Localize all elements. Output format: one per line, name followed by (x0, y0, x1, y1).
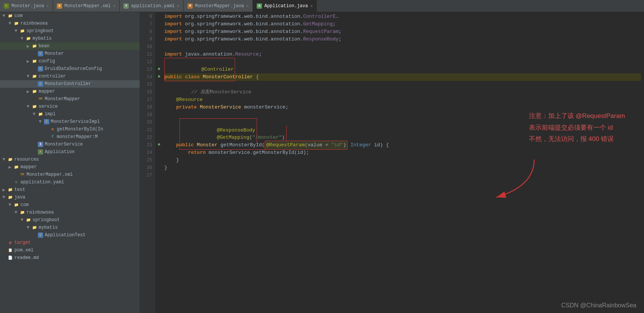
ln-26: 26 (140, 164, 152, 172)
sidebar-item-resources[interactable]: ▼ 📁 resources (0, 156, 140, 163)
watermark: CSDN @ChinaRainbowSea (561, 302, 636, 309)
sidebar-label-rainbowsea: rainbowsea (20, 21, 48, 26)
arrow-druid (32, 66, 36, 71)
folder-icon-java: 📁 (7, 194, 13, 200)
folder-icon-controller: 📁 (31, 73, 37, 79)
sidebar-item-monsterMapper-field[interactable]: f monsterMapper:M (0, 133, 140, 141)
ln-27: 27 (140, 172, 152, 179)
arrow-service: ▼ (26, 104, 30, 109)
ln-10: 10 (140, 43, 152, 51)
arrow-application (32, 149, 36, 155)
line-numbers: 6 7 8 9 10 11 12 13 14 15 16 17 18 19 20… (140, 12, 155, 313)
sidebar-item-test[interactable]: ▶ 📁 test (0, 186, 140, 194)
tab-close-mapper-java[interactable]: ✕ (246, 3, 249, 8)
string-id: "id" (331, 142, 343, 148)
gutter-14: ● (155, 73, 163, 80)
gutter-12 (155, 57, 163, 65)
sidebar-label-controller: controller (39, 74, 66, 79)
code-14-space1 (182, 73, 185, 81)
sidebar-label-monsterservice-iface: MonsterService (45, 142, 83, 147)
sidebar-item-impl[interactable]: ▼ 📁 impl (0, 110, 140, 118)
arrow-monster (32, 51, 36, 56)
arrow-com: ▼ (2, 13, 6, 19)
sidebar-item-controller[interactable]: ▼ 📁 controller (0, 73, 140, 80)
gutter-9 (155, 35, 163, 42)
sidebar-item-monster[interactable]: C Monster (0, 50, 140, 57)
tab-close-yaml[interactable]: ✕ (177, 3, 179, 8)
sidebar-item-getmonsterbyid[interactable]: m getMonsterById(In (0, 126, 140, 133)
tab-monster-mapper-xml[interactable]: X MonsterMapper.xml ✕ (53, 0, 120, 12)
sidebar-item-application[interactable]: A Application (0, 148, 140, 156)
sidebar-item-com[interactable]: ▼ 📁 com (0, 12, 140, 20)
sidebar-label-application: Application (45, 149, 75, 155)
sidebar-item-mybatis[interactable]: ▼ 📁 mybatis (0, 35, 140, 42)
sidebar-item-java-mybatis[interactable]: ▼ 📁 mybatis (0, 224, 140, 231)
code-line-25: } (164, 156, 641, 164)
tab-application-java[interactable]: A Application.java ✕ (253, 0, 317, 12)
sidebar-item-resources-mapper[interactable]: ▶ 📁 mapper (0, 163, 140, 171)
sidebar-item-service[interactable]: ▼ 📁 service (0, 103, 140, 110)
code-23-method: getMonsterById( (217, 141, 265, 149)
arrow-resources: ▼ (2, 157, 6, 162)
arrow-monsterserviceimpl: ▼ (38, 119, 42, 124)
sidebar-item-monstercontroller[interactable]: C MonsterController (0, 80, 140, 88)
requestparam-box: @RequestParam(value = "id") (265, 141, 348, 150)
sidebar-label-java: java (14, 195, 25, 200)
code-11-semi: ; (259, 51, 262, 58)
classname-14: MonsterController (203, 73, 253, 81)
sidebar-item-rainbowsea[interactable]: ▼ 📁 rainbowsea (0, 20, 140, 27)
sidebar-item-java-springboot[interactable]: ▼ 📁 springboot (0, 216, 140, 224)
sidebar-item-monsterserviceimpl[interactable]: ▼ C MonsterServiceImpl (0, 118, 140, 126)
code-14-space2 (200, 73, 203, 81)
sidebar-item-config[interactable]: ▶ 📁 config (0, 57, 140, 65)
sidebar-item-springboot[interactable]: ▼ 📁 springboot (0, 27, 140, 35)
sidebar-label-readme: readme.md (14, 255, 39, 260)
tab-application-yaml[interactable]: Y application.yaml ✕ (120, 0, 184, 12)
sidebar-label-monstercontroller: MonsterController (45, 81, 91, 87)
main-area: ▼ 📁 com ▼ 📁 rainbowsea ▼ 📁 springboot ▼ … (0, 12, 644, 313)
code-8-pkg: org.springframework.web.bind.annotation. (182, 28, 303, 36)
sidebar-label-app-yaml: application.yaml (20, 180, 64, 185)
sidebar-label-java-rainbowsea: rainbowsea (27, 210, 54, 215)
arrow-monstercontroller (32, 81, 36, 87)
tab-close-app-java[interactable]: ✕ (310, 3, 313, 8)
java-c-icon-serviceimpl: C (44, 119, 50, 125)
sidebar-item-druid[interactable]: C DruidDataSourceConfig (0, 65, 140, 73)
ln-25: 25 (140, 156, 152, 164)
folder-icon-springboot: 📁 (19, 28, 25, 34)
gutter-25 (155, 156, 163, 163)
sidebar-item-applicationtest[interactable]: C ApplicationTest (0, 231, 140, 239)
code-9-pkg: org.springframework.web.bind.annotation. (182, 36, 303, 43)
sidebar-item-java[interactable]: ▼ 📁 java (0, 194, 140, 201)
arrow-java-mybatis: ▼ (26, 225, 30, 230)
ln-20: 20 (140, 119, 152, 126)
sidebar-item-mapper[interactable]: ▶ 📁 mapper (0, 88, 140, 95)
editor-area[interactable]: 6 7 8 9 10 11 12 13 14 15 16 17 18 19 20… (140, 12, 644, 313)
sidebar-label-config: config (39, 59, 55, 64)
tab-monster-java[interactable]: C Monster.java ✕ (0, 0, 53, 12)
sidebar-item-readme[interactable]: 📄 readme.md (0, 254, 140, 262)
sidebar-item-target[interactable]: ▤ target (0, 239, 140, 246)
sidebar-item-monstermapper[interactable]: 🗺 MonsterMapper (0, 95, 140, 103)
folder-icon-java-mybatis: 📁 (31, 225, 37, 231)
code-6-rest: org.springframework.web.bind.annotation. (182, 13, 303, 20)
sidebar-label-test: test (14, 187, 25, 192)
ln-19: 19 (140, 111, 152, 119)
tab-close-monster-java[interactable]: ✕ (46, 3, 49, 8)
sidebar-label-java-com: com (20, 202, 29, 208)
ln-12: 12 (140, 58, 152, 66)
sidebar-item-pom[interactable]: 📋 pom.xml (0, 246, 140, 254)
sidebar-item-app-yaml[interactable]: ⚙ application.yaml (0, 178, 140, 186)
tab-close-mapper-xml[interactable]: ✕ (113, 3, 115, 8)
ln-7: 7 (140, 20, 152, 28)
sidebar-item-java-rainbowsea[interactable]: ▼ 📁 rainbowsea (0, 209, 140, 216)
sidebar-item-java-com[interactable]: ▼ 📁 com (0, 201, 140, 209)
arrow-java-rainbowsea: ▼ (14, 210, 18, 215)
sidebar-item-monsterservice-iface[interactable]: I MonsterService (0, 141, 140, 148)
sidebar-label-res-mapper: mapper (20, 164, 37, 170)
sidebar-item-monstermapper-xml[interactable]: 🗺 MonsterMapper.xml (0, 171, 140, 178)
sidebar-label-pom: pom.xml (14, 248, 33, 253)
tab-monster-mapper-java[interactable]: M MonsterMapper.java ✕ (184, 0, 253, 12)
sidebar-item-bean[interactable]: ▶ 📁 bean (0, 42, 140, 50)
code-6-class: ControllerE (303, 13, 336, 20)
